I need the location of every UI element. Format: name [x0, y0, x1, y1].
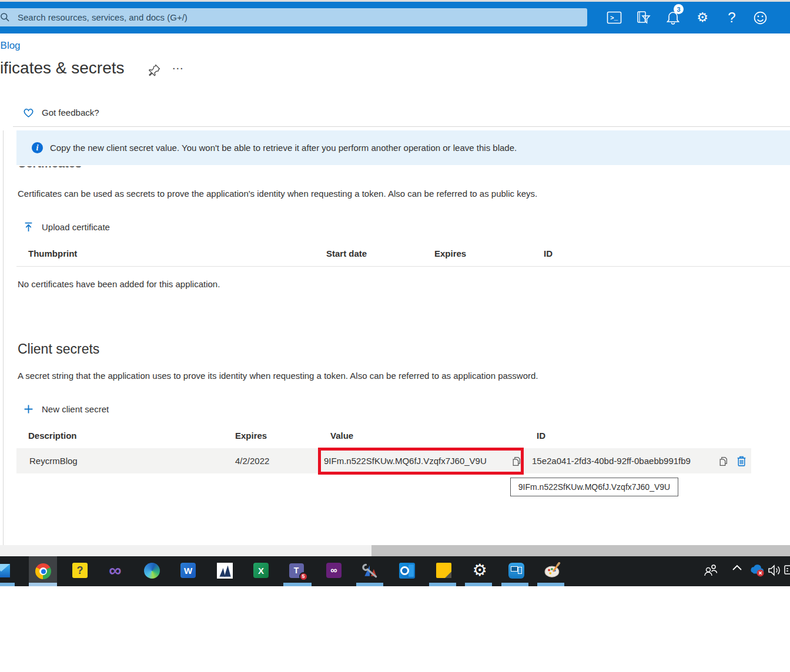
taskbar-vs-installer-button[interactable]: ∞ — [325, 562, 343, 579]
tray-show-hidden-icons-button[interactable] — [731, 563, 743, 572]
settings-gear-icon: ⚙ — [472, 562, 487, 579]
upload-certificate-label: Upload certificate — [42, 222, 110, 232]
phone-companion-icon — [508, 563, 524, 579]
copy-id-button[interactable] — [718, 448, 728, 473]
search-icon — [0, 12, 10, 22]
taskbar-edge-button[interactable] — [143, 562, 160, 579]
secret-description-cell: ReycrmBlog — [29, 448, 78, 473]
page-title: Certificates & secrets — [0, 59, 136, 81]
pushpin-icon — [148, 63, 161, 76]
chevron-up-icon — [731, 563, 743, 572]
upload-icon — [24, 222, 34, 232]
people-icon — [703, 563, 718, 577]
info-icon: i — [32, 142, 43, 153]
client-secrets-description: A secret string that the application use… — [18, 371, 538, 381]
breadcrumb-app-link[interactable]: ReycrmBlog — [0, 40, 20, 52]
info-banner: i Copy the new client secret value. You … — [16, 130, 790, 165]
taskbar-excel-button[interactable]: X — [252, 562, 270, 579]
mail-icon — [0, 564, 10, 577]
delete-secret-button[interactable] — [736, 448, 747, 473]
tray-touch-keyboard-button[interactable] — [784, 563, 790, 576]
pin-button[interactable] — [148, 63, 161, 76]
client-secrets-heading: Client secrets — [18, 341, 99, 357]
certificates-heading: Certificates — [18, 166, 194, 171]
gear-icon: ⚙ — [697, 11, 708, 24]
more-options-button[interactable]: ... — [172, 59, 184, 72]
taskbar-teams-button[interactable]: T 5 — [287, 562, 305, 579]
help-icon: ? — [72, 563, 88, 578]
settings-button[interactable]: ⚙ — [692, 8, 712, 27]
breadcrumb[interactable]: ReycrmBlog — [0, 40, 20, 53]
secret-col-value: Value — [330, 431, 353, 441]
secret-col-description: Description — [28, 431, 77, 441]
visual-studio-icon: ∞ — [109, 562, 121, 579]
taskbar-help-button[interactable]: ? — [71, 562, 89, 579]
taskbar-dynamics-button[interactable] — [216, 562, 233, 579]
notifications-button[interactable]: 3 — [663, 8, 683, 27]
chrome-icon — [35, 563, 51, 579]
got-feedback-label: Got feedback? — [42, 107, 99, 117]
cert-col-id: ID — [544, 248, 553, 258]
dynamics-icon — [217, 563, 233, 579]
notification-badge: 3 — [674, 4, 684, 14]
taskbar-chrome-button[interactable] — [29, 556, 57, 586]
new-client-secret-button[interactable]: New client secret — [24, 404, 109, 414]
copy-icon — [718, 456, 728, 466]
tray-volume-button[interactable] — [767, 563, 782, 577]
help-button[interactable]: ? — [722, 8, 742, 27]
speaker-icon — [767, 563, 782, 577]
search-input[interactable] — [16, 12, 545, 23]
cloud-shell-button[interactable]: >_ — [604, 8, 624, 27]
cert-table-divider — [16, 266, 790, 267]
background-window-edge — [371, 545, 790, 556]
question-mark-icon: ? — [728, 11, 735, 25]
vs-box-icon: ∞ — [326, 563, 342, 578]
secret-expires-cell: 4/2/2022 — [235, 448, 269, 473]
taskbar-tools-button[interactable] — [361, 562, 379, 579]
taskbar-mail-button[interactable] — [0, 562, 10, 579]
word-icon: W — [180, 563, 196, 578]
cert-col-thumbprint: Thumbprint — [28, 248, 77, 258]
cloud-shell-icon: >_ — [607, 11, 622, 24]
svg-text:>_: >_ — [610, 15, 618, 22]
taskbar-visual-studio-button[interactable]: ∞ — [106, 562, 124, 579]
onedrive-error-icon — [749, 563, 765, 577]
global-search[interactable] — [0, 8, 587, 26]
blade-left-edge — [3, 130, 4, 545]
azure-portal-screenshot: >_ 3 ⚙ ? — [0, 0, 790, 672]
secret-value-tooltip: 9IFm.n522SfKUw.MQ6fJ.Vzqfx7J60_V9U — [510, 478, 678, 496]
upload-certificate-button[interactable]: Upload certificate — [24, 222, 110, 232]
secret-id-cell: 15e2a041-2fd3-40bd-92ff-0baebb991fb9 — [532, 448, 691, 473]
client-secret-row: ReycrmBlog 4/2/2022 9IFm.n522SfKUw.MQ6fJ… — [16, 448, 751, 473]
copy-icon — [511, 456, 521, 466]
tray-people-button[interactable] — [703, 563, 718, 577]
touch-keyboard-icon — [784, 563, 790, 576]
secret-col-id: ID — [537, 431, 545, 441]
directory-filter-icon — [636, 11, 651, 25]
excel-icon: X — [253, 563, 269, 578]
taskbar-word-button[interactable]: W — [179, 562, 197, 579]
trash-icon — [736, 455, 747, 467]
toolbar-divider — [13, 126, 790, 127]
azure-top-bar: >_ 3 ⚙ ? — [0, 2, 790, 33]
got-feedback-button[interactable]: Got feedback? — [22, 106, 99, 118]
taskbar-phone-companion-button[interactable] — [507, 562, 525, 579]
taskbar-outlook-button[interactable] — [398, 562, 416, 579]
paint3d-palette-icon — [544, 562, 561, 579]
secret-col-expires: Expires — [235, 431, 267, 441]
wrench-tools-icon — [361, 562, 379, 579]
tray-onedrive-button[interactable] — [749, 563, 765, 577]
smiley-icon — [753, 11, 768, 25]
directory-filter-button[interactable] — [634, 8, 654, 27]
outlook-icon — [399, 563, 415, 579]
plus-icon — [24, 404, 34, 414]
teams-icon: T 5 — [289, 563, 304, 578]
taskbar-paint3d-button[interactable] — [544, 562, 561, 579]
copy-value-button[interactable] — [511, 448, 521, 473]
desktop-strip-left — [0, 545, 371, 556]
taskbar-sticky-notes-button[interactable] — [435, 562, 453, 579]
feedback-smiley-button[interactable] — [750, 8, 770, 27]
secret-value-cell: 9IFm.n522SfKUw.MQ6fJ.Vzqfx7J60_V9U — [324, 448, 487, 473]
taskbar-settings-button[interactable]: ⚙ — [471, 562, 488, 579]
canvas-bottom — [0, 586, 790, 672]
